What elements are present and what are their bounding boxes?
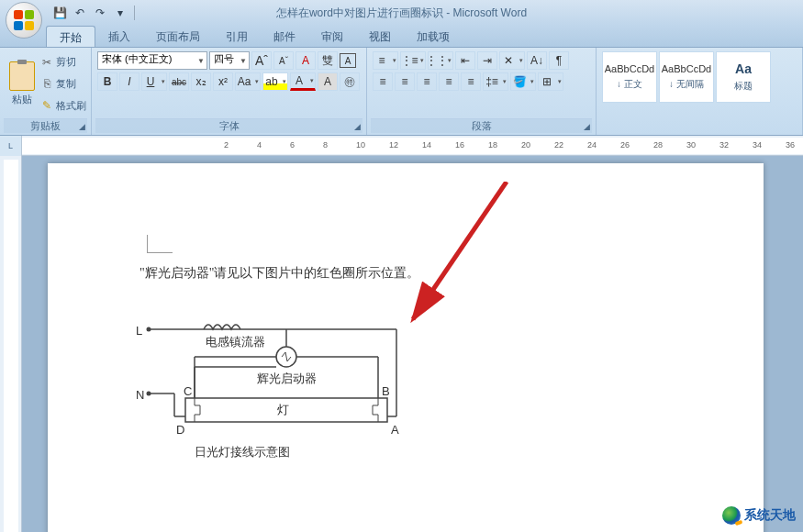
starter-label: 辉光启动器 <box>257 370 317 389</box>
align-center-button[interactable]: ≡ <box>395 72 415 91</box>
increase-indent-button[interactable]: ⇥ <box>477 51 497 70</box>
watermark-text: 系统天地 <box>744 507 796 524</box>
paste-icon <box>9 61 35 91</box>
font-launcher[interactable]: ◢ <box>354 122 361 131</box>
justify-button[interactable]: ≡ <box>439 72 459 91</box>
decrease-indent-button[interactable]: ⇤ <box>455 51 475 70</box>
strikethrough-button[interactable]: abc <box>169 72 189 91</box>
enclose-char-button[interactable]: ㊕ <box>340 72 360 91</box>
font-color-button[interactable]: A <box>290 72 316 91</box>
ruler-mark: 2 <box>224 140 229 150</box>
ruler-mark: 16 <box>455 140 464 150</box>
highlight-button[interactable]: ab <box>262 72 288 91</box>
node-a-label: A <box>391 421 399 440</box>
horizontal-ruler-area: L 24681012141618202224262830323436 <box>0 136 803 156</box>
copy-button[interactable]: 复制 <box>40 77 86 91</box>
paragraph-launcher[interactable]: ◢ <box>584 122 590 131</box>
clear-format-button[interactable]: A <box>296 51 316 70</box>
tab-review[interactable]: 审阅 <box>308 26 356 47</box>
paragraph-mark-icon <box>147 235 173 253</box>
red-arrow-annotation <box>406 182 589 365</box>
shrink-font-button[interactable]: Aˇ <box>273 51 294 70</box>
document-area: "辉光启动器"请见以下图片中的红色圈所示位置。 <box>0 156 803 532</box>
watermark-globe-icon <box>722 506 741 525</box>
tab-references[interactable]: 引用 <box>213 26 261 47</box>
show-marks-button[interactable]: ¶ <box>549 51 569 70</box>
tab-addins[interactable]: 加载项 <box>404 26 463 47</box>
bullets-button[interactable]: ≡ <box>373 51 398 70</box>
page[interactable]: "辉光启动器"请见以下图片中的红色圈所示位置。 <box>48 163 764 532</box>
quick-access-toolbar: 💾 ↶ ↷ ▾ <box>51 5 137 21</box>
borders-button[interactable]: ⊞ <box>538 72 563 91</box>
underline-button[interactable]: U <box>141 72 167 91</box>
node-c-label: C <box>184 382 192 402</box>
ruler-mark: 22 <box>554 140 563 150</box>
svg-line-0 <box>413 182 507 319</box>
char-border-button[interactable]: A <box>340 53 356 68</box>
vertical-ruler[interactable] <box>0 156 22 532</box>
ruler-corner[interactable]: L <box>0 136 22 156</box>
style-preview: AaBbCcDd <box>605 63 654 74</box>
page-container: "辉光启动器"请见以下图片中的红色圈所示位置。 <box>22 156 803 532</box>
multilevel-button[interactable]: ⋮⋮ <box>428 51 453 70</box>
ruler-mark: 6 <box>290 140 295 150</box>
clipboard-launcher[interactable]: ◢ <box>79 122 85 131</box>
font-name-select[interactable]: 宋体 (中文正文)▼ <box>97 51 207 70</box>
circuit-diagram: L N 电感镇流器 辉光启动器 灯 C B D A 日光灯接线示意图 <box>139 311 433 458</box>
align-right-button[interactable]: ≡ <box>417 72 437 91</box>
horizontal-ruler[interactable]: 24681012141618202224262830323436 <box>22 138 803 154</box>
style-normal[interactable]: AaBbCcDd ↓ 正文 <box>602 51 657 103</box>
ruler-mark: 32 <box>719 140 729 150</box>
align-left-button[interactable]: ≡ <box>373 72 393 91</box>
distribute-button[interactable]: ≡ <box>461 72 481 91</box>
font-size-select[interactable]: 四号▼ <box>209 51 250 70</box>
char-shade-button[interactable]: A <box>318 72 338 91</box>
tab-home[interactable]: 开始 <box>46 26 95 47</box>
shading-button[interactable]: 🪣 <box>510 72 536 91</box>
ruler-mark: 26 <box>620 140 630 150</box>
phonetic-guide-button[interactable]: 雙 <box>318 51 338 70</box>
ruler-mark: 10 <box>356 140 365 150</box>
sort-button[interactable]: A↓ <box>527 51 547 70</box>
ruler-mark: 12 <box>389 140 398 150</box>
italic-button[interactable]: I <box>119 72 139 91</box>
tab-insert[interactable]: 插入 <box>95 26 143 47</box>
office-button[interactable] <box>6 2 42 39</box>
line-spacing-button[interactable]: ‡≡ <box>483 72 508 91</box>
superscript-button[interactable]: x² <box>213 72 233 91</box>
bold-button[interactable]: B <box>97 72 117 91</box>
ruler-mark: 24 <box>587 140 597 150</box>
group-paragraph: ≡ ⋮≡ ⋮⋮ ⇤ ⇥ ✕ A↓ ¶ ≡ ≡ ≡ ≡ ≡ ‡≡ 🪣 ⊞ 段落◢ <box>367 48 597 135</box>
paste-label: 粘贴 <box>12 93 32 106</box>
save-button[interactable]: 💾 <box>51 5 68 21</box>
terminal-n-label: N <box>136 386 144 405</box>
ruler-mark: 28 <box>653 140 663 150</box>
qat-customize-button[interactable]: ▾ <box>112 5 128 21</box>
format-painter-button[interactable]: 格式刷 <box>40 99 86 113</box>
separator <box>134 6 135 20</box>
ruler-mark: 18 <box>488 140 497 150</box>
group-label-clipboard: 剪贴板◢ <box>4 118 87 133</box>
cut-label: 剪切 <box>56 55 76 69</box>
style-heading[interactable]: Aa 标题 <box>716 51 771 103</box>
office-logo-icon <box>13 9 35 31</box>
ballast-label: 电感镇流器 <box>206 333 265 352</box>
title-bar: 💾 ↶ ↷ ▾ 怎样在word中对图片进行画圈标识 - Microsoft Wo… <box>0 0 803 26</box>
terminal-l-label: L <box>136 322 142 341</box>
cut-icon <box>40 56 53 69</box>
lamp-label: 灯 <box>277 401 289 420</box>
grow-font-button[interactable]: Aˆ <box>251 51 272 70</box>
tab-mailings[interactable]: 邮件 <box>261 26 308 47</box>
asian-layout-button[interactable]: ✕ <box>499 51 525 70</box>
numbering-button[interactable]: ⋮≡ <box>400 51 426 70</box>
subscript-button[interactable]: x₂ <box>191 72 211 91</box>
tab-page-layout[interactable]: 页面布局 <box>143 26 213 47</box>
paste-button[interactable]: 粘贴 <box>4 50 40 118</box>
cut-button[interactable]: 剪切 <box>40 55 86 69</box>
change-case-button[interactable]: Aa <box>235 72 261 91</box>
ruler-mark: 4 <box>257 140 262 150</box>
style-no-spacing[interactable]: AaBbCcDd ↓ 无间隔 <box>659 51 714 103</box>
tab-view[interactable]: 视图 <box>356 26 404 47</box>
redo-button[interactable]: ↷ <box>92 5 108 21</box>
undo-button[interactable]: ↶ <box>72 5 88 21</box>
